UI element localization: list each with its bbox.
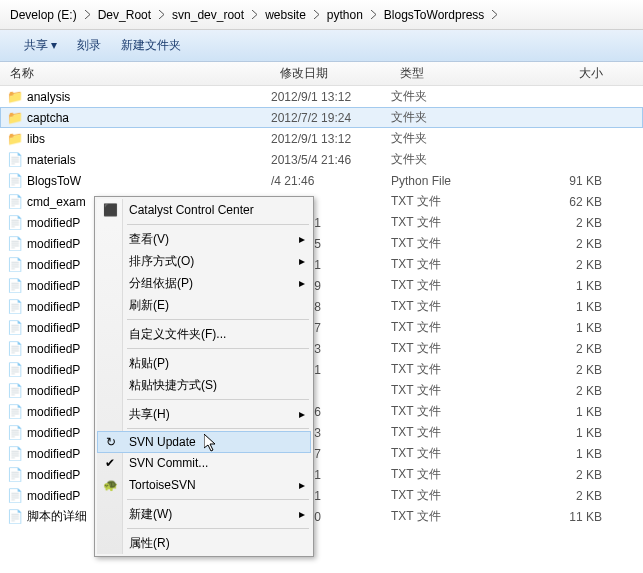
menu-item[interactable]: 粘贴快捷方式(S) <box>97 374 311 396</box>
file-row[interactable]: 📁 analysis 2012/9/1 13:12 文件夹 <box>0 86 643 107</box>
menu-icon: ⬛ <box>102 203 118 217</box>
file-type: TXT 文件 <box>391 277 511 294</box>
col-size[interactable]: 大小 <box>510 65 643 82</box>
col-date[interactable]: 修改日期 <box>270 65 390 82</box>
menu-label: SVN Commit... <box>129 456 208 470</box>
menu-item[interactable]: 粘贴(P) <box>97 352 311 374</box>
file-size: 1 KB <box>511 279 642 293</box>
file-type: TXT 文件 <box>391 298 511 315</box>
file-name: modifiedP <box>27 279 80 293</box>
menu-item[interactable]: 自定义文件夹(F)... <box>97 323 311 345</box>
menu-label: 属性(R) <box>129 535 170 552</box>
breadcrumb[interactable]: Develop (E:)Dev_Rootsvn_dev_rootwebsitep… <box>0 0 643 30</box>
chevron-right-icon[interactable] <box>370 10 377 19</box>
column-headers[interactable]: 名称 修改日期 类型 大小 <box>0 62 643 86</box>
file-name: modifiedP <box>27 447 80 461</box>
breadcrumb-item[interactable]: website <box>261 8 310 22</box>
menu-separator <box>127 399 309 400</box>
submenu-arrow-icon: ▸ <box>299 254 305 268</box>
file-name: materials <box>27 153 76 167</box>
menu-icon: ✔ <box>102 456 118 470</box>
file-size: 11 KB <box>511 510 642 524</box>
menu-separator <box>127 319 309 320</box>
menu-icon: 🐢 <box>102 478 118 492</box>
green-icon: 📄 <box>7 467 23 483</box>
chevron-right-icon[interactable] <box>158 10 165 19</box>
col-type[interactable]: 类型 <box>390 65 510 82</box>
file-type: TXT 文件 <box>391 403 511 420</box>
file-size: 1 KB <box>511 405 642 419</box>
py-icon: 📄 <box>7 173 23 189</box>
menu-label: 新建(W) <box>129 506 172 523</box>
file-type: 文件夹 <box>391 151 511 168</box>
breadcrumb-item[interactable]: BlogsToWordpress <box>380 8 489 22</box>
file-type: TXT 文件 <box>391 508 511 525</box>
context-menu[interactable]: ⬛Catalyst Control Center 查看(V)▸ 排序方式(O)▸… <box>94 196 314 557</box>
col-name[interactable]: 名称 <box>0 65 270 82</box>
file-type: TXT 文件 <box>391 256 511 273</box>
chevron-right-icon[interactable] <box>313 10 320 19</box>
file-type: TXT 文件 <box>391 319 511 336</box>
file-name: modifiedP <box>27 384 80 398</box>
chevron-right-icon[interactable] <box>251 10 258 19</box>
file-name: modifiedP <box>27 216 80 230</box>
green-icon: 📄 <box>7 236 23 252</box>
file-name: modifiedP <box>27 342 80 356</box>
file-type: TXT 文件 <box>391 340 511 357</box>
menu-item[interactable]: 新建(W)▸ <box>97 503 311 525</box>
menu-item[interactable]: 共享(H)▸ <box>97 403 311 425</box>
file-row[interactable]: 📁 libs 2012/9/1 13:12 文件夹 <box>0 128 643 149</box>
folder-icon: 📁 <box>7 89 23 105</box>
breadcrumb-item[interactable]: Dev_Root <box>94 8 155 22</box>
file-row[interactable]: 📄 materials 2013/5/4 21:46 文件夹 <box>0 149 643 170</box>
menu-item[interactable]: 刷新(E) <box>97 294 311 316</box>
menu-label: 分组依据(P) <box>129 275 193 292</box>
green-icon: 📄 <box>7 278 23 294</box>
file-type: TXT 文件 <box>391 424 511 441</box>
green-icon: 📄 <box>7 215 23 231</box>
chevron-right-icon[interactable] <box>491 10 498 19</box>
green-icon: 📄 <box>7 341 23 357</box>
submenu-arrow-icon: ▸ <box>299 478 305 492</box>
file-type: 文件夹 <box>391 109 511 126</box>
file-name: libs <box>27 132 45 146</box>
file-size: 1 KB <box>511 447 642 461</box>
file-row[interactable]: 📄 BlogsToW /4 21:46 Python File 91 KB <box>0 170 643 191</box>
file-row[interactable]: 📁 captcha 2012/7/2 19:24 文件夹 <box>0 107 643 128</box>
file-name: captcha <box>27 111 69 125</box>
file-name: modifiedP <box>27 489 80 503</box>
menu-item[interactable]: ⬛Catalyst Control Center <box>97 199 311 221</box>
menu-separator <box>127 528 309 529</box>
chevron-right-icon[interactable] <box>84 10 91 19</box>
menu-item[interactable]: 🐢TortoiseSVN▸ <box>97 474 311 496</box>
file-name: modifiedP <box>27 258 80 272</box>
green-icon: 📄 <box>7 362 23 378</box>
menu-item[interactable]: 查看(V)▸ <box>97 228 311 250</box>
file-date: 2012/7/2 19:24 <box>271 111 391 125</box>
menu-item[interactable]: 排序方式(O)▸ <box>97 250 311 272</box>
submenu-arrow-icon: ▸ <box>299 507 305 521</box>
breadcrumb-item[interactable]: svn_dev_root <box>168 8 248 22</box>
share-button[interactable]: 共享 ▾ <box>14 30 67 61</box>
newfolder-button[interactable]: 新建文件夹 <box>111 30 191 61</box>
green-icon: 📄 <box>7 488 23 504</box>
menu-label: SVN Update <box>129 435 196 449</box>
menu-label: 粘贴(P) <box>129 355 169 372</box>
menu-item[interactable]: ↻SVN Update <box>97 431 311 453</box>
menu-label: 共享(H) <box>129 406 170 423</box>
menu-item[interactable]: 属性(R) <box>97 532 311 554</box>
file-type: TXT 文件 <box>391 466 511 483</box>
menu-item[interactable]: 分组依据(P)▸ <box>97 272 311 294</box>
breadcrumb-item[interactable]: python <box>323 8 367 22</box>
menu-item[interactable]: ✔SVN Commit... <box>97 452 311 474</box>
file-size: 2 KB <box>511 216 642 230</box>
green-icon: 📄 <box>7 320 23 336</box>
file-type: TXT 文件 <box>391 193 511 210</box>
file-name: modifiedP <box>27 300 80 314</box>
menu-label: 排序方式(O) <box>129 253 194 270</box>
folder-icon: 📁 <box>7 110 23 126</box>
breadcrumb-item[interactable]: Develop (E:) <box>6 8 81 22</box>
burn-button[interactable]: 刻录 <box>67 30 111 61</box>
file-size: 91 KB <box>511 174 642 188</box>
menu-label: Catalyst Control Center <box>129 203 254 217</box>
